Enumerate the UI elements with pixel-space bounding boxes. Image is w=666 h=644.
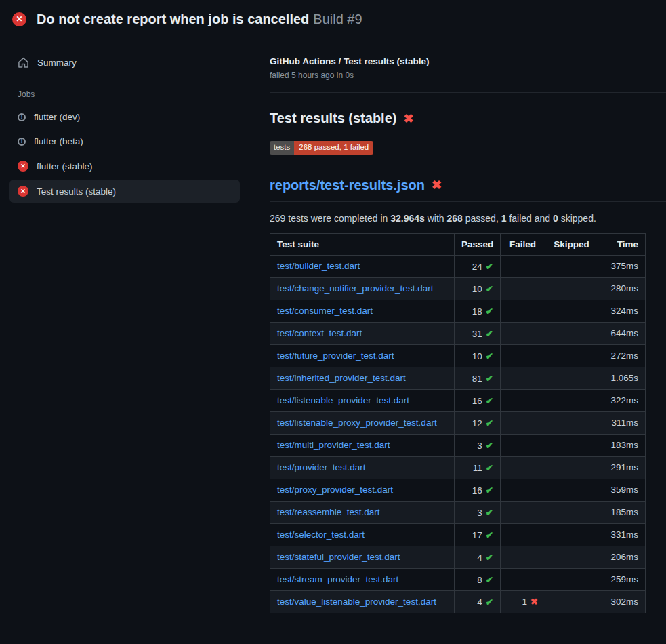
passed-count: 17 xyxy=(472,530,482,540)
check-icon: ✔ xyxy=(486,552,493,563)
table-row: test/proxy_provider_test.dart16✔359ms xyxy=(270,479,646,501)
suite-cell: test/provider_test.dart xyxy=(270,456,455,479)
skipped-cell xyxy=(545,590,598,613)
passed-cell: 31✔ xyxy=(455,322,501,344)
table-row: test/listenable_proxy_provider_test.dart… xyxy=(270,411,646,434)
home-icon xyxy=(18,57,29,68)
passed-cell: 4✔ xyxy=(455,590,501,613)
failed-cell xyxy=(501,344,545,367)
check-icon: ✔ xyxy=(486,463,493,473)
sidebar-item-summary[interactable]: Summary xyxy=(9,51,240,75)
sidebar-job-flutter-dev[interactable]: !flutter (dev) xyxy=(9,106,240,128)
table-row: test/multi_provider_test.dart3✔183ms xyxy=(270,434,646,456)
suite-link[interactable]: test/change_notifier_provider_test.dart xyxy=(277,283,433,294)
failed-cell xyxy=(501,479,545,501)
report-link[interactable]: reports/test-results.json xyxy=(270,178,425,193)
summary-label: Summary xyxy=(37,58,77,68)
skipped-cell xyxy=(545,300,598,322)
skipped-cell xyxy=(545,367,598,389)
suite-link[interactable]: test/builder_test.dart xyxy=(277,261,360,271)
badge-value: 268 passed, 1 failed xyxy=(294,141,373,155)
passed-count: 24 xyxy=(472,262,482,272)
passed-count: 4 xyxy=(477,597,482,607)
check-icon: ✔ xyxy=(486,374,493,384)
passed-count: 11 xyxy=(473,463,482,473)
suite-link[interactable]: test/inherited_provider_test.dart xyxy=(277,373,406,383)
passed-cell: 10✔ xyxy=(455,277,501,300)
suite-link[interactable]: test/selector_test.dart xyxy=(277,529,365,540)
failed-cell xyxy=(501,255,545,277)
skipped-cell xyxy=(545,568,598,590)
passed-cell: 8✔ xyxy=(455,568,501,590)
failed-cell xyxy=(501,546,545,568)
suite-link[interactable]: test/stream_provider_test.dart xyxy=(277,574,398,584)
page-layout: Summary Jobs !flutter (dev)!flutter (bet… xyxy=(0,36,666,613)
passed-count: 16 xyxy=(472,485,482,496)
passed-cell: 4✔ xyxy=(455,546,501,568)
neutral-status-icon: ! xyxy=(18,138,26,146)
time-cell: 302ms xyxy=(598,590,646,613)
check-icon: ✔ xyxy=(486,597,493,607)
suite-link[interactable]: test/multi_provider_test.dart xyxy=(277,440,390,450)
time-cell: 206ms xyxy=(598,546,646,568)
table-row: test/inherited_provider_test.dart81✔1.06… xyxy=(270,367,646,389)
passed-count: 10 xyxy=(472,351,482,361)
failed-cell xyxy=(501,367,545,389)
check-icon: ✔ xyxy=(486,284,493,294)
suite-link[interactable]: test/context_test.dart xyxy=(277,328,362,338)
suite-link[interactable]: test/listenable_proxy_provider_test.dart xyxy=(277,418,437,428)
suite-link[interactable]: test/future_provider_test.dart xyxy=(277,350,394,361)
table-row: test/context_test.dart31✔644ms xyxy=(270,322,646,344)
time-cell: 331ms xyxy=(598,523,646,546)
failed-status-icon: ✕ xyxy=(18,161,28,172)
breadcrumb: GitHub Actions / Test results (stable) xyxy=(270,56,666,66)
failed-cell xyxy=(501,411,545,434)
check-icon: ✔ xyxy=(486,530,493,540)
passed-cell: 11✔ xyxy=(455,456,501,479)
suite-cell: test/listenable_proxy_provider_test.dart xyxy=(270,411,455,434)
suite-link[interactable]: test/provider_test.dart xyxy=(277,462,366,472)
table-row: test/reassemble_test.dart3✔185ms xyxy=(270,501,646,523)
failed-status-icon: ✕ xyxy=(18,186,28,197)
sidebar-job-flutter-stable[interactable]: ✕flutter (stable) xyxy=(9,155,240,178)
passed-cell: 3✔ xyxy=(455,434,501,456)
col-header-time: Time xyxy=(598,233,646,255)
check-icon: ✔ xyxy=(486,329,493,339)
time-cell: 322ms xyxy=(598,389,646,411)
sidebar-job-test-results-stable[interactable]: ✕Test results (stable) xyxy=(9,180,240,203)
suite-link[interactable]: test/proxy_provider_test.dart xyxy=(277,485,393,495)
sidebar-job-flutter-beta[interactable]: !flutter (beta) xyxy=(9,130,240,153)
summary-line: 269 tests were completed in 32.964s with… xyxy=(270,213,666,224)
failed-cross-icon: ✖ xyxy=(432,179,442,191)
suite-link[interactable]: test/consumer_test.dart xyxy=(277,306,373,316)
skipped-cell xyxy=(545,344,598,367)
suite-cell: test/stream_provider_test.dart xyxy=(270,568,455,590)
passed-count: 31 xyxy=(472,329,482,339)
failed-cell xyxy=(501,389,545,411)
suite-link[interactable]: test/listenable_provider_test.dart xyxy=(277,395,409,405)
suite-cell: test/future_provider_test.dart xyxy=(270,344,455,367)
skipped-cell xyxy=(545,479,598,501)
summary-text-part: skipped. xyxy=(558,213,596,224)
skipped-cell xyxy=(545,434,598,456)
skipped-cell xyxy=(545,546,598,568)
suite-link[interactable]: test/value_listenable_provider_test.dart xyxy=(277,597,436,607)
passed-cell: 24✔ xyxy=(455,255,501,277)
check-icon: ✔ xyxy=(486,396,493,406)
col-header-skipped: Skipped xyxy=(545,233,598,255)
table-row: test/stream_provider_test.dart8✔259ms xyxy=(270,568,646,590)
suite-cell: test/inherited_provider_test.dart xyxy=(270,367,455,389)
passed-count: 12 xyxy=(472,418,482,428)
summary-text-part: 269 tests were completed in xyxy=(270,213,390,224)
suite-link[interactable]: test/stateful_provider_test.dart xyxy=(277,552,400,562)
col-header-passed: Passed xyxy=(455,233,501,255)
build-header: ✕ Do not create report when job is cance… xyxy=(0,0,666,36)
table-row: test/selector_test.dart17✔331ms xyxy=(270,523,646,546)
check-icon: ✔ xyxy=(486,485,493,496)
summary-text-part: failed and xyxy=(507,213,554,224)
suite-link[interactable]: test/reassemble_test.dart xyxy=(277,507,380,517)
suite-cell: test/value_listenable_provider_test.dart xyxy=(270,590,455,613)
passed-count: 16 xyxy=(472,396,482,406)
suite-cell: test/consumer_test.dart xyxy=(270,300,455,322)
table-row: test/listenable_provider_test.dart16✔322… xyxy=(270,389,646,411)
